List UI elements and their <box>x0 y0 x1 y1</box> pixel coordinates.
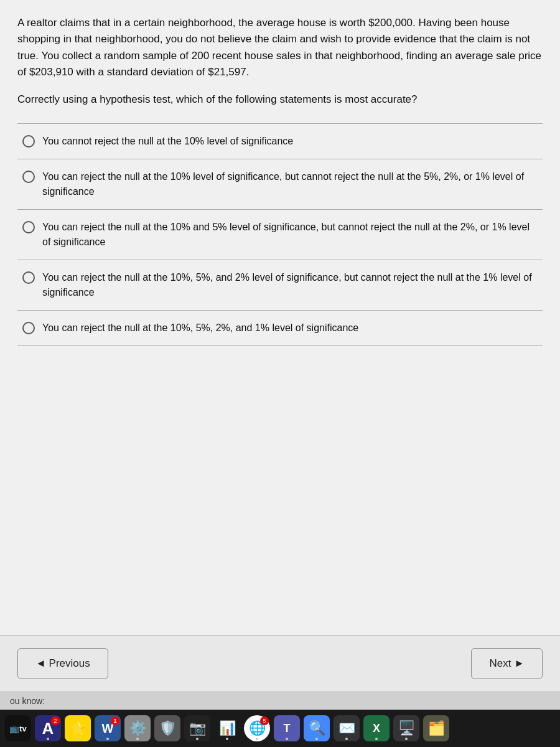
question-paragraph: A realtor claims that in a certain neigh… <box>17 15 543 80</box>
options-list: You cannot reject the null at the 10% le… <box>17 123 543 346</box>
dock-tv[interactable]: 📺tv <box>5 715 31 741</box>
option-text-d: You can reject the null at the 10%, 5%, … <box>42 270 538 300</box>
dock-teams[interactable]: T <box>274 715 300 741</box>
option-item-c[interactable]: You can reject the null at the 10% and 5… <box>17 210 543 260</box>
you-know-bar: ou know: <box>0 692 560 710</box>
dock-monitor[interactable]: 🖥️ <box>393 715 419 741</box>
question-prompt: Correctly using a hypothesis test, which… <box>17 92 543 108</box>
radio-e <box>22 322 35 334</box>
dock-shield[interactable]: 🛡️ <box>154 715 180 741</box>
option-text-c: You can reject the null at the 10% and 5… <box>42 220 538 250</box>
dock-star[interactable]: ⭐ <box>65 715 91 741</box>
dock-excel[interactable]: X <box>363 715 390 741</box>
dock-settings[interactable]: ⚙️ <box>124 715 151 741</box>
next-button[interactable]: Next ► <box>471 648 543 679</box>
dock-camera[interactable]: 📷 <box>184 715 210 741</box>
dock-finder[interactable]: 🔍 <box>304 715 330 741</box>
dock-mail[interactable]: ✉️ <box>334 715 360 741</box>
radio-d <box>22 271 35 284</box>
radio-c <box>22 221 35 233</box>
dock-misc[interactable]: 🗂️ <box>423 715 449 741</box>
previous-button[interactable]: ◄ Previous <box>17 648 108 679</box>
navigation-area: ◄ Previous Next ► <box>0 635 560 692</box>
main-content: A realtor claims that in a certain neigh… <box>0 0 560 635</box>
option-item-b[interactable]: You can reject the null at the 10% level… <box>17 159 543 210</box>
dock-chrome[interactable]: 🌐 5 <box>244 715 270 741</box>
dock-word[interactable]: W 1 <box>95 715 121 741</box>
you-know-label: ou know: <box>10 696 45 706</box>
dock-accessibility[interactable]: A 2 <box>35 715 61 741</box>
option-item-a[interactable]: You cannot reject the null at the 10% le… <box>17 123 543 159</box>
radio-a <box>22 135 35 148</box>
taskbar: 📺tv A 2 ⭐ W 1 ⚙️ 🛡️ 📷 📊 🌐 5 T 🔍 <box>0 710 560 747</box>
option-item-d[interactable]: You can reject the null at the 10%, 5%, … <box>17 260 543 311</box>
radio-b <box>22 171 35 183</box>
option-item-e[interactable]: You can reject the null at the 10%, 5%, … <box>17 311 543 346</box>
option-text-a: You cannot reject the null at the 10% le… <box>42 134 293 149</box>
dock-chart[interactable]: 📊 <box>214 715 240 741</box>
option-text-b: You can reject the null at the 10% level… <box>42 169 538 199</box>
option-text-e: You can reject the null at the 10%, 5%, … <box>42 321 358 336</box>
